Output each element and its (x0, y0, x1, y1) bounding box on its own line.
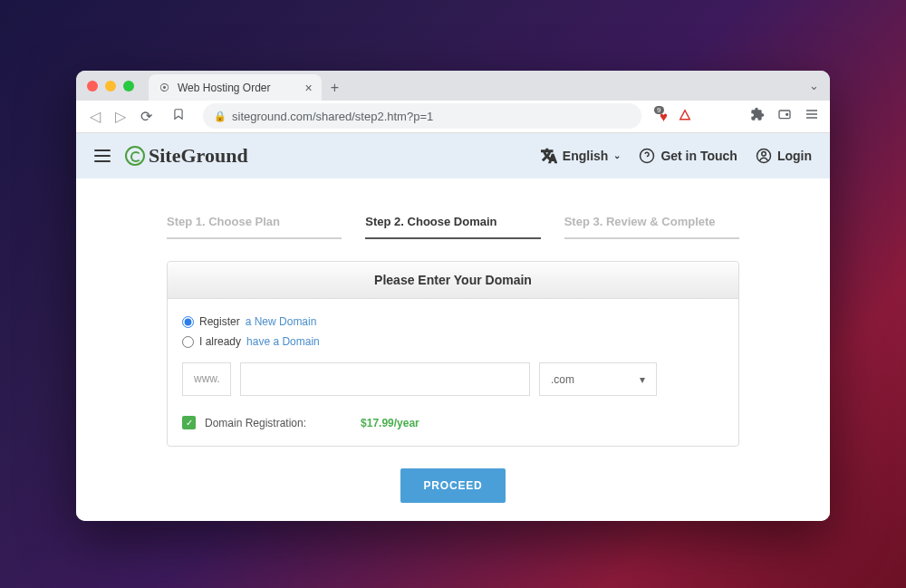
get-in-touch-button[interactable]: Get in Touch (639, 148, 737, 164)
proceed-button[interactable]: PROCEED (400, 468, 506, 503)
tab-close-icon[interactable]: × (305, 81, 313, 95)
price-value: $17.99/year (361, 417, 419, 429)
svg-point-8 (762, 151, 766, 156)
site-header: SiteGround English ⌄ Get in Touch Lo (76, 133, 830, 178)
traffic-lights[interactable] (87, 81, 134, 92)
reload-icon[interactable]: ⟳ (138, 108, 154, 124)
register-radio-input[interactable] (182, 316, 194, 328)
tabs-dropdown-icon[interactable]: ⌄ (809, 79, 819, 92)
price-label: Domain Registration: (205, 417, 306, 429)
help-icon (639, 148, 655, 164)
site-logo[interactable]: SiteGround (125, 144, 248, 168)
minimize-window-icon[interactable] (105, 81, 116, 92)
domain-card: Please Enter Your Domain Register a New … (167, 261, 739, 447)
tld-select[interactable]: .com ▾ (539, 362, 657, 396)
tab-title: Web Hosting Order (178, 82, 271, 94)
logo-text: SiteGround (149, 144, 248, 168)
logo-swirl-icon (125, 146, 145, 166)
bookmark-icon[interactable] (172, 108, 185, 124)
get-in-touch-label: Get in Touch (660, 149, 737, 163)
already-have-radio[interactable]: I already have a Domain (182, 335, 724, 348)
check-icon: ✓ (182, 416, 196, 429)
login-button[interactable]: Login (756, 148, 812, 164)
wallet-icon[interactable] (777, 107, 792, 125)
pricing-row: ✓ Domain Registration: $17.99/year (182, 416, 724, 429)
already-link[interactable]: have a Domain (246, 335, 320, 348)
brave-extension-icon[interactable] (679, 109, 691, 124)
step-3: Step 3. Review & Complete (564, 215, 739, 239)
shield-extension-icon[interactable]: ♥9 (660, 109, 668, 124)
www-prefix: www. (182, 362, 231, 396)
register-link[interactable]: a New Domain (246, 315, 317, 328)
favicon-icon: ⦿ (158, 82, 170, 94)
chevron-down-icon: ⌄ (613, 150, 621, 160)
tld-value: .com (551, 373, 574, 386)
address-bar: ◁ ▷ ⟳ 🔒 siteground.com/shared/step2.htm?… (76, 101, 830, 133)
extensions-icon[interactable] (750, 107, 765, 125)
register-prefix: Register (199, 315, 240, 328)
maximize-window-icon[interactable] (123, 81, 134, 92)
url-input[interactable]: 🔒 siteground.com/shared/step2.htm?p=1 (203, 103, 641, 129)
user-icon (756, 148, 772, 164)
translate-icon (541, 148, 557, 164)
browser-tab[interactable]: ⦿ Web Hosting Order × (149, 74, 322, 101)
svg-point-1 (786, 114, 788, 116)
lock-icon: 🔒 (214, 111, 226, 122)
hamburger-menu-icon[interactable] (94, 149, 111, 162)
step-2[interactable]: Step 2. Choose Domain (365, 215, 540, 239)
card-title: Please Enter Your Domain (168, 262, 738, 299)
browser-window: ⦿ Web Hosting Order × + ⌄ ◁ ▷ ⟳ 🔒 sitegr… (76, 71, 830, 521)
main-content: Step 1. Choose Plan Step 2. Choose Domai… (76, 178, 830, 521)
dropdown-arrow-icon: ▾ (640, 373, 645, 386)
extension-icons: ♥9 (660, 109, 691, 124)
step-1[interactable]: Step 1. Choose Plan (167, 215, 342, 239)
already-radio-input[interactable] (182, 336, 194, 348)
language-selector[interactable]: English ⌄ (541, 148, 622, 164)
domain-name-input[interactable] (240, 362, 530, 396)
new-tab-icon[interactable]: + (331, 76, 339, 96)
tab-bar: ⦿ Web Hosting Order × + ⌄ (76, 71, 830, 101)
already-prefix: I already (199, 335, 241, 348)
register-domain-radio[interactable]: Register a New Domain (182, 315, 724, 328)
menu-icon[interactable] (805, 107, 819, 125)
forward-icon: ▷ (112, 108, 129, 124)
close-window-icon[interactable] (87, 81, 98, 92)
language-label: English (563, 149, 609, 163)
url-text: siteground.com/shared/step2.htm?p=1 (232, 110, 433, 123)
login-label: Login (777, 149, 812, 163)
back-icon[interactable]: ◁ (87, 108, 103, 124)
steps-nav: Step 1. Choose Plan Step 2. Choose Domai… (167, 215, 739, 239)
